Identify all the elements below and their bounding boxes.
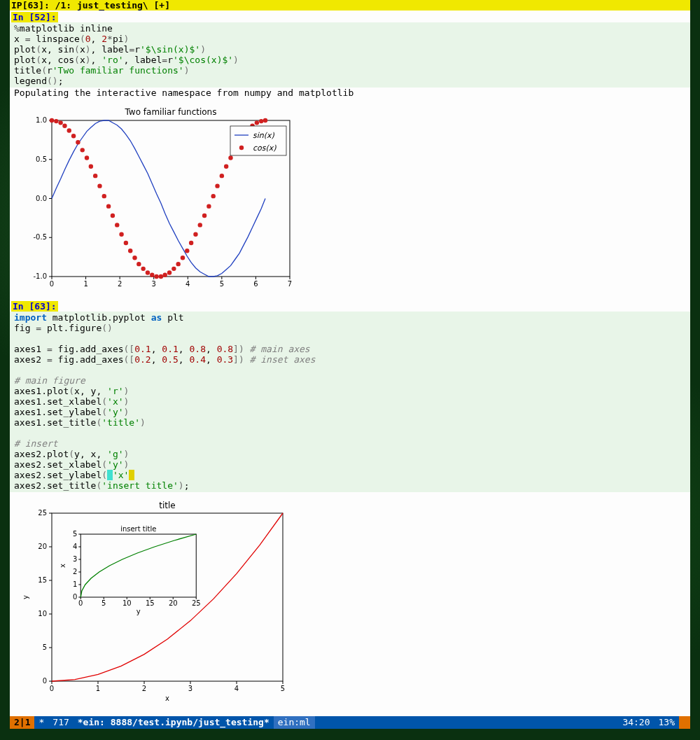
cell-2: In [63]: import matplotlib.pyplot as plt… bbox=[10, 300, 690, 702]
svg-point-64 bbox=[206, 204, 211, 208]
svg-point-47 bbox=[132, 256, 136, 260]
svg-text:2: 2 bbox=[73, 568, 77, 575]
svg-point-65 bbox=[211, 194, 216, 198]
svg-text:0: 0 bbox=[43, 677, 47, 685]
svg-text:0.0: 0.0 bbox=[36, 195, 47, 202]
svg-point-62 bbox=[198, 223, 202, 227]
svg-point-67 bbox=[220, 174, 224, 178]
modeline-line: 717 bbox=[48, 716, 73, 729]
svg-point-36 bbox=[85, 155, 89, 160]
svg-text:5: 5 bbox=[102, 599, 106, 607]
svg-point-46 bbox=[128, 249, 132, 253]
svg-text:5: 5 bbox=[43, 643, 47, 651]
svg-point-29 bbox=[54, 119, 58, 123]
cell-1-prompt: In [52]: bbox=[11, 12, 58, 22]
svg-point-66 bbox=[215, 183, 219, 188]
svg-point-55 bbox=[167, 270, 172, 274]
svg-text:25: 25 bbox=[38, 509, 47, 517]
svg-point-63 bbox=[202, 214, 206, 218]
svg-text:cos(x): cos(x) bbox=[253, 144, 276, 153]
svg-text:1: 1 bbox=[73, 580, 77, 588]
modeline-position: 34:20 bbox=[618, 716, 654, 729]
modeline-endcap bbox=[679, 716, 690, 729]
svg-point-48 bbox=[136, 262, 141, 266]
svg-text:y: y bbox=[136, 608, 141, 615]
svg-text:4: 4 bbox=[73, 543, 77, 550]
svg-text:insert title: insert title bbox=[120, 525, 156, 533]
chart-1: Two familiar functions01234567-1.0-0.50.… bbox=[17, 105, 297, 294]
cell-2-code[interactable]: import matplotlib.pyplot as plt fig = pl… bbox=[10, 312, 690, 492]
svg-point-40 bbox=[102, 194, 106, 198]
svg-point-30 bbox=[58, 120, 62, 125]
svg-point-77 bbox=[263, 118, 267, 123]
svg-point-57 bbox=[176, 262, 180, 266]
svg-text:3: 3 bbox=[152, 280, 156, 288]
svg-point-45 bbox=[124, 241, 128, 245]
modeline-modified: * bbox=[34, 716, 48, 729]
chart-1-svg: Two familiar functions01234567-1.0-0.50.… bbox=[17, 105, 297, 294]
svg-text:x: x bbox=[59, 564, 66, 568]
svg-text:15: 15 bbox=[38, 576, 47, 584]
svg-point-54 bbox=[163, 273, 167, 277]
svg-text:1: 1 bbox=[83, 280, 88, 288]
svg-point-52 bbox=[154, 274, 158, 279]
svg-point-42 bbox=[111, 214, 115, 218]
modeline-buffer: *ein: 8888/test.ipynb/just_testing* bbox=[74, 716, 274, 729]
svg-point-50 bbox=[146, 270, 150, 274]
svg-text:x: x bbox=[165, 694, 169, 702]
svg-text:sin(x): sin(x) bbox=[253, 131, 275, 140]
svg-point-28 bbox=[50, 118, 54, 123]
svg-text:2: 2 bbox=[142, 685, 146, 692]
svg-point-39 bbox=[97, 183, 102, 188]
svg-point-76 bbox=[259, 119, 263, 123]
svg-text:3: 3 bbox=[188, 685, 192, 692]
svg-text:6: 6 bbox=[253, 280, 258, 288]
svg-text:y: y bbox=[22, 595, 29, 599]
svg-point-32 bbox=[67, 128, 71, 132]
svg-text:4: 4 bbox=[186, 280, 190, 288]
svg-point-61 bbox=[193, 232, 197, 237]
svg-point-81 bbox=[239, 146, 244, 150]
cell-1-output: Populating the interactive namespace fro… bbox=[10, 88, 690, 98]
svg-rect-112 bbox=[80, 534, 196, 597]
editor-window: IP[63]: /1: just_testing\ [+] In [52]: %… bbox=[10, 0, 690, 729]
svg-text:2: 2 bbox=[118, 280, 122, 288]
svg-point-43 bbox=[115, 223, 119, 227]
svg-point-49 bbox=[141, 267, 145, 271]
svg-text:10: 10 bbox=[38, 610, 47, 617]
svg-text:-1.0: -1.0 bbox=[33, 272, 47, 280]
svg-text:0: 0 bbox=[78, 599, 83, 607]
svg-point-31 bbox=[62, 124, 66, 128]
svg-point-56 bbox=[172, 267, 176, 271]
cell-2-prompt: In [63]: bbox=[11, 301, 58, 312]
svg-text:0.5: 0.5 bbox=[36, 155, 47, 163]
svg-point-51 bbox=[150, 273, 154, 277]
svg-text:20: 20 bbox=[38, 543, 47, 550]
cell-1-code[interactable]: %matplotlib inline x = linspace(0, 2*pi)… bbox=[10, 22, 690, 88]
svg-point-33 bbox=[71, 134, 76, 138]
svg-text:25: 25 bbox=[192, 599, 201, 607]
svg-point-58 bbox=[181, 256, 185, 260]
svg-point-35 bbox=[80, 148, 85, 152]
modeline-workspace: 2|1 bbox=[10, 716, 34, 729]
svg-text:0: 0 bbox=[50, 280, 54, 288]
modeline-percent: 13% bbox=[654, 716, 679, 729]
svg-point-59 bbox=[185, 249, 189, 253]
svg-text:0: 0 bbox=[50, 685, 54, 692]
svg-text:5: 5 bbox=[281, 685, 285, 692]
buffer-content[interactable]: In [52]: %matplotlib inline x = linspace… bbox=[10, 11, 690, 716]
svg-text:10: 10 bbox=[122, 599, 132, 607]
svg-text:15: 15 bbox=[146, 599, 155, 607]
svg-text:-0.5: -0.5 bbox=[33, 233, 47, 241]
svg-point-69 bbox=[228, 155, 232, 160]
svg-point-41 bbox=[106, 204, 111, 208]
mode-line: 2|1 * 717 *ein: 8888/test.ipynb/just_tes… bbox=[10, 716, 690, 729]
cell-1: In [52]: %matplotlib inline x = linspace… bbox=[10, 11, 690, 294]
svg-point-75 bbox=[255, 120, 259, 125]
svg-text:Two familiar functions: Two familiar functions bbox=[125, 107, 217, 117]
svg-point-68 bbox=[224, 165, 228, 169]
svg-text:5: 5 bbox=[73, 530, 77, 538]
svg-point-44 bbox=[119, 232, 123, 237]
chart-2-svg: title0123450510152025xyinsert title05101… bbox=[17, 499, 297, 702]
title-bar: IP[63]: /1: just_testing\ [+] bbox=[10, 0, 690, 11]
